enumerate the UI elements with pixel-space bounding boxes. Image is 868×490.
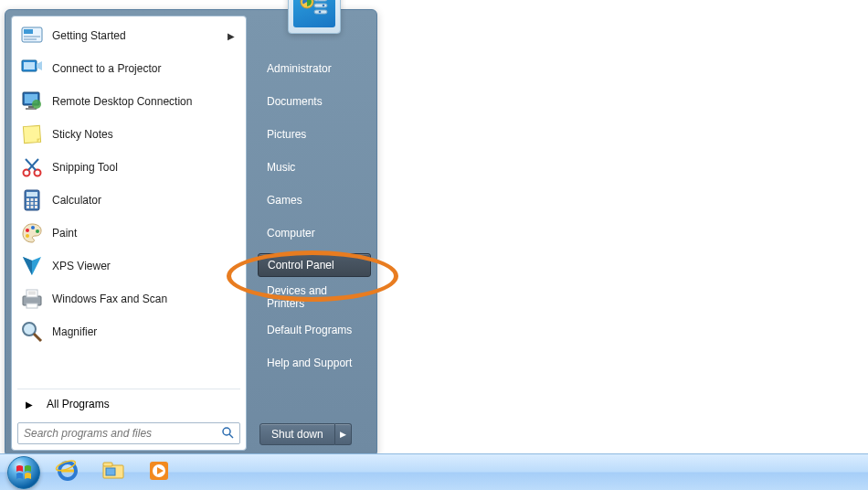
program-item-sticky-notes[interactable]: Sticky Notes [12, 118, 246, 151]
right-item-devices-printers[interactable]: Devices and Printers [258, 284, 371, 310]
program-item-magnifier[interactable]: Magnifier [12, 315, 246, 348]
program-label: Paint [52, 227, 238, 240]
right-item-label: Pictures [267, 128, 306, 141]
start-menu-left-pane: Getting Started ▶ Connect to a Projector… [11, 16, 247, 451]
remote-desktop-icon [19, 89, 45, 114]
media-player-icon [146, 458, 172, 486]
right-item-music[interactable]: Music [258, 154, 371, 180]
svg-rect-21 [31, 198, 34, 201]
right-item-default-programs[interactable]: Default Programs [258, 317, 371, 343]
program-item-xps-viewer[interactable]: XPS Viewer [12, 250, 246, 282]
svg-rect-54 [103, 463, 112, 466]
program-label: Calculator [52, 194, 238, 207]
svg-rect-55 [106, 468, 115, 475]
svg-rect-24 [31, 202, 34, 205]
submenu-arrow-icon: ▶ [228, 31, 235, 41]
right-item-administrator[interactable]: Administrator [258, 56, 371, 81]
svg-point-29 [26, 229, 29, 232]
program-label: Windows Fax and Scan [52, 293, 238, 305]
taskbar-item-explorer[interactable] [93, 459, 133, 486]
explorer-icon [101, 458, 126, 486]
svg-rect-26 [26, 206, 29, 208]
right-item-control-panel[interactable]: Control Panel [258, 253, 371, 277]
fax-scan-icon [19, 286, 45, 312]
right-item-games[interactable]: Games [258, 187, 371, 213]
search-icon [221, 426, 234, 442]
svg-rect-25 [35, 202, 37, 205]
svg-marker-34 [23, 257, 32, 275]
svg-point-15 [35, 170, 41, 176]
paint-icon [19, 220, 45, 246]
shutdown-button[interactable]: Shut down [259, 423, 335, 445]
svg-rect-1 [24, 29, 33, 34]
program-item-snipping-tool[interactable]: Snipping Tool [12, 151, 246, 184]
start-button[interactable] [5, 454, 42, 491]
svg-rect-46 [314, 4, 327, 7]
start-menu: Getting Started ▶ Connect to a Projector… [5, 9, 377, 457]
right-item-label: Default Programs [267, 324, 352, 336]
svg-point-31 [36, 229, 39, 233]
search-container [17, 422, 240, 444]
taskbar-item-ie[interactable] [48, 459, 88, 486]
right-item-label: Games [267, 194, 302, 207]
right-item-help-support[interactable]: Help and Support [258, 350, 371, 376]
program-item-paint[interactable]: Paint [12, 217, 246, 250]
right-item-label: Computer [267, 227, 315, 240]
calculator-icon [19, 187, 45, 213]
svg-rect-6 [24, 62, 35, 69]
sticky-notes-icon [19, 122, 45, 147]
shutdown-label: Shut down [271, 428, 323, 441]
projector-icon [19, 56, 45, 81]
program-item-getting-started[interactable]: Getting Started ▶ [12, 19, 246, 52]
program-label: Sticky Notes [52, 128, 238, 141]
svg-rect-19 [26, 192, 37, 197]
svg-rect-23 [26, 202, 29, 205]
right-item-label: Documents [267, 95, 323, 108]
program-label: XPS Viewer [52, 260, 238, 272]
separator [17, 389, 240, 389]
svg-rect-27 [31, 206, 34, 208]
svg-rect-45 [314, 0, 327, 1]
svg-point-49 [323, 5, 325, 7]
programs-list: Getting Started ▶ Connect to a Projector… [12, 16, 246, 387]
all-programs-arrow-icon: ▶ [19, 399, 39, 410]
control-panel-icon [293, 0, 335, 27]
right-item-label: Administrator [267, 62, 332, 75]
svg-line-41 [34, 334, 41, 341]
svg-point-50 [319, 11, 322, 14]
svg-point-11 [32, 100, 41, 109]
xps-viewer-icon [19, 253, 45, 279]
shutdown-options-button[interactable]: ▶ [335, 423, 352, 445]
ie-icon [55, 458, 80, 486]
svg-point-32 [26, 234, 29, 238]
user-avatar-frame[interactable] [288, 0, 341, 34]
search-input[interactable] [24, 427, 221, 440]
svg-point-40 [23, 323, 36, 336]
shutdown-area: Shut down ▶ [258, 418, 371, 451]
svg-line-43 [229, 434, 233, 438]
svg-point-42 [223, 428, 230, 435]
program-item-calculator[interactable]: Calculator [12, 184, 246, 217]
svg-rect-39 [28, 293, 36, 294]
right-item-label: Music [267, 161, 295, 174]
windows-logo-icon [7, 456, 40, 489]
program-label: Magnifier [52, 325, 238, 338]
program-item-remote-desktop[interactable]: Remote Desktop Connection [12, 85, 246, 118]
right-item-computer[interactable]: Computer [258, 220, 371, 246]
snipping-tool-icon [19, 154, 45, 180]
svg-marker-5 [37, 61, 42, 70]
taskbar [0, 453, 868, 490]
right-item-documents[interactable]: Documents [258, 89, 371, 114]
svg-rect-2 [24, 36, 40, 37]
program-label: Connect to a Projector [52, 62, 238, 75]
taskbar-item-media-player[interactable] [139, 459, 179, 486]
right-item-pictures[interactable]: Pictures [258, 122, 371, 147]
svg-rect-37 [26, 304, 37, 308]
svg-rect-22 [35, 198, 37, 201]
all-programs-button[interactable]: ▶ All Programs [12, 391, 246, 417]
search-box[interactable] [17, 422, 240, 444]
program-label: Getting Started [52, 29, 228, 42]
program-item-fax-scan[interactable]: Windows Fax and Scan [12, 282, 246, 315]
program-item-projector[interactable]: Connect to a Projector [12, 52, 246, 85]
svg-point-14 [24, 170, 30, 176]
